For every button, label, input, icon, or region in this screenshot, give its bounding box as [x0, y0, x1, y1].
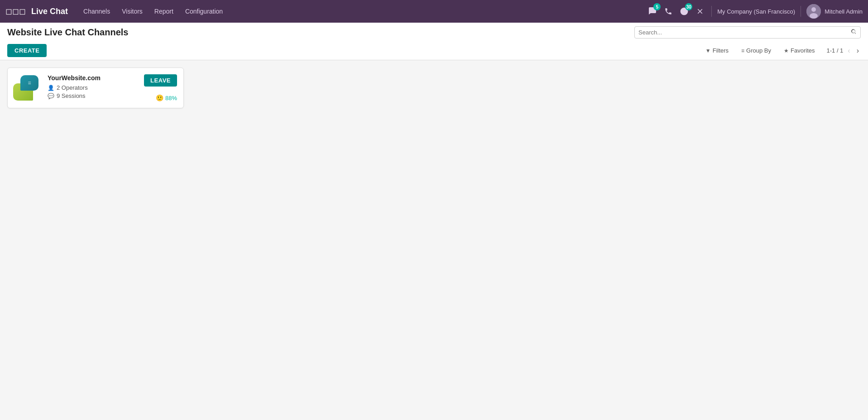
company-name[interactable]: My Company (San Francisco)	[717, 8, 795, 15]
filter-icon: ▼	[705, 48, 711, 54]
chat-bubble-front	[20, 75, 38, 91]
groupby-icon: ≡	[741, 48, 744, 54]
channel-card-actions: LEAVE 🙂 88%	[138, 68, 183, 108]
content-area: YourWebsite.com 👤 2 Operators 💬 9 Sessio…	[0, 60, 868, 116]
chat-badge: 5	[653, 3, 661, 10]
prev-page-button[interactable]: ‹	[846, 46, 852, 56]
groupby-label: Group By	[746, 47, 771, 54]
filters-label: Filters	[713, 47, 729, 54]
topbar-divider	[711, 6, 712, 17]
filters-button[interactable]: ▼ Filters	[703, 45, 731, 56]
chat-logo-icon	[13, 75, 38, 101]
create-button[interactable]: CREATE	[7, 44, 47, 57]
topbar-icons: 5 30 My Company (San Francisco)	[646, 4, 863, 19]
favorites-label: Favorites	[791, 47, 815, 54]
svg-point-2	[810, 13, 818, 19]
topbar-divider-2	[801, 6, 801, 17]
search-icon[interactable]	[850, 29, 857, 36]
page-title-row: Website Live Chat Channels	[7, 26, 861, 41]
search-input[interactable]	[638, 29, 850, 36]
channel-meta: 👤 2 Operators 💬 9 Sessions	[48, 84, 134, 99]
clock-icon-btn[interactable]: 30	[678, 5, 691, 18]
satisfaction-score: 🙂 88%	[156, 94, 177, 101]
top-navigation: ◻◻◻ Live Chat Channels Visitors Report C…	[0, 0, 868, 23]
phone-icon-btn[interactable]	[662, 5, 674, 17]
user-avatar	[806, 4, 821, 19]
sessions-count: 9 Sessions	[57, 92, 86, 99]
user-name: Mitchell Admin	[825, 8, 863, 15]
operators-icon: 👤	[48, 85, 54, 91]
pagination: 1-1 / 1 ‹ ›	[826, 46, 861, 56]
next-page-button[interactable]: ›	[855, 46, 861, 56]
sessions-info: 💬 9 Sessions	[48, 92, 134, 99]
nav-report[interactable]: Report	[150, 5, 178, 18]
sessions-icon: 💬	[48, 93, 54, 99]
channel-name: YourWebsite.com	[48, 74, 134, 82]
nav-configuration[interactable]: Configuration	[181, 5, 227, 18]
leave-button[interactable]: LEAVE	[144, 74, 177, 87]
channel-card-info: YourWebsite.com 👤 2 Operators 💬 9 Sessio…	[44, 68, 138, 108]
main-content: Website Live Chat Channels CREATE ▼ Filt…	[0, 23, 868, 420]
chat-icon-btn[interactable]: 5	[646, 5, 659, 18]
toolbar-row: CREATE ▼ Filters ≡ Group By ★ Favorites …	[7, 41, 861, 60]
operators-info: 👤 2 Operators	[48, 84, 134, 91]
channel-card-logo	[8, 68, 44, 108]
page-title: Website Live Chat Channels	[7, 27, 128, 38]
operators-count: 2 Operators	[57, 84, 88, 91]
smiley-icon: 🙂	[156, 94, 163, 101]
channel-card: YourWebsite.com 👤 2 Operators 💬 9 Sessio…	[7, 68, 184, 108]
nav-channels[interactable]: Channels	[79, 5, 115, 18]
star-icon: ★	[784, 48, 789, 54]
app-name: Live Chat	[31, 7, 68, 16]
user-menu[interactable]: Mitchell Admin	[806, 4, 863, 19]
groupby-button[interactable]: ≡ Group By	[739, 45, 774, 56]
filter-controls: ▼ Filters ≡ Group By ★ Favorites	[703, 45, 818, 56]
pagination-text: 1-1 / 1	[826, 47, 843, 54]
close-icon-btn[interactable]	[694, 5, 706, 17]
favorites-button[interactable]: ★ Favorites	[781, 45, 817, 56]
clock-badge: 30	[685, 3, 692, 10]
page-header: Website Live Chat Channels CREATE ▼ Filt…	[0, 23, 868, 60]
search-bar	[634, 26, 861, 39]
svg-point-1	[811, 7, 816, 12]
grid-menu-icon[interactable]: ◻◻◻	[5, 6, 26, 16]
satisfaction-percent: 88%	[165, 95, 177, 101]
nav-visitors[interactable]: Visitors	[117, 5, 147, 18]
